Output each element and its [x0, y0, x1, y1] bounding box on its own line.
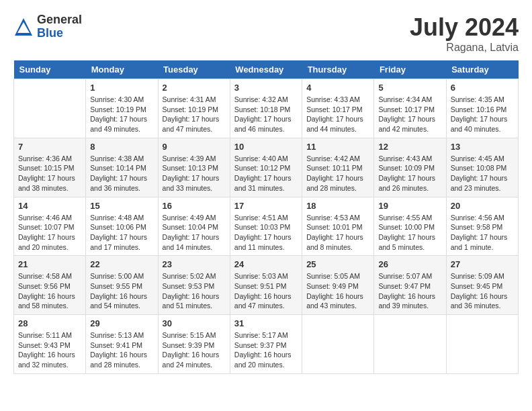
header-row: SundayMondayTuesdayWednesdayThursdayFrid… — [14, 60, 519, 79]
calendar-cell: 20Sunrise: 4:56 AMSunset: 9:58 PMDayligh… — [446, 197, 518, 256]
logo-text: General Blue — [37, 13, 82, 40]
day-number: 1 — [90, 83, 153, 93]
calendar-cell: 19Sunrise: 4:55 AMSunset: 10:00 PMDaylig… — [374, 197, 446, 256]
calendar-cell: 1Sunrise: 4:30 AMSunset: 10:19 PMDayligh… — [86, 79, 158, 138]
day-number: 29 — [90, 318, 153, 328]
week-row: 21Sunrise: 4:58 AMSunset: 9:56 PMDayligh… — [14, 256, 519, 315]
day-info: Sunrise: 4:51 AMSunset: 10:03 PMDaylight… — [234, 213, 298, 253]
calendar-cell: 22Sunrise: 5:00 AMSunset: 9:55 PMDayligh… — [86, 256, 158, 315]
day-number: 4 — [306, 83, 369, 93]
day-info: Sunrise: 5:00 AMSunset: 9:55 PMDaylight:… — [90, 271, 153, 311]
day-number: 27 — [451, 259, 514, 269]
day-number: 8 — [90, 142, 153, 152]
title-section: July 2024 Ragana, Latvia — [410, 13, 519, 54]
calendar-table: SundayMondayTuesdayWednesdayThursdayFrid… — [13, 60, 519, 374]
day-info: Sunrise: 5:15 AMSunset: 9:39 PMDaylight:… — [163, 330, 226, 370]
day-number: 14 — [18, 201, 81, 211]
day-header-friday: Friday — [374, 60, 446, 79]
calendar-cell: 24Sunrise: 5:03 AMSunset: 9:51 PMDayligh… — [230, 256, 302, 315]
day-header-wednesday: Wednesday — [230, 60, 302, 79]
logo-general: General — [37, 13, 82, 27]
day-info: Sunrise: 4:39 AMSunset: 10:13 PMDaylight… — [163, 154, 226, 193]
day-number: 12 — [378, 142, 441, 152]
day-info: Sunrise: 5:05 AMSunset: 9:49 PMDaylight:… — [306, 271, 369, 311]
calendar-cell: 9Sunrise: 4:39 AMSunset: 10:13 PMDayligh… — [158, 138, 230, 197]
logo-icon — [13, 17, 34, 37]
day-number: 25 — [306, 259, 369, 269]
day-info: Sunrise: 4:33 AMSunset: 10:17 PMDaylight… — [306, 95, 369, 134]
month-year: July 2024 — [410, 13, 519, 42]
calendar-cell: 16Sunrise: 4:49 AMSunset: 10:04 PMDaylig… — [158, 197, 230, 256]
calendar-cell: 10Sunrise: 4:40 AMSunset: 10:12 PMDaylig… — [230, 138, 302, 197]
day-number: 9 — [163, 142, 226, 152]
day-header-tuesday: Tuesday — [158, 60, 230, 79]
day-number: 7 — [18, 142, 81, 152]
day-info: Sunrise: 4:46 AMSunset: 10:07 PMDaylight… — [18, 213, 81, 253]
calendar-cell: 12Sunrise: 4:43 AMSunset: 10:09 PMDaylig… — [374, 138, 446, 197]
week-row: 1Sunrise: 4:30 AMSunset: 10:19 PMDayligh… — [14, 79, 519, 138]
day-number: 16 — [163, 201, 226, 211]
calendar-cell — [446, 315, 518, 374]
calendar-cell: 2Sunrise: 4:31 AMSunset: 10:19 PMDayligh… — [158, 79, 230, 138]
day-info: Sunrise: 5:17 AMSunset: 9:37 PMDaylight:… — [234, 330, 298, 370]
day-number: 19 — [378, 201, 441, 211]
day-info: Sunrise: 5:13 AMSunset: 9:41 PMDaylight:… — [90, 330, 153, 370]
location: Ragana, Latvia — [410, 42, 519, 54]
day-header-sunday: Sunday — [14, 60, 86, 79]
week-row: 7Sunrise: 4:36 AMSunset: 10:15 PMDayligh… — [14, 138, 519, 197]
calendar-cell: 29Sunrise: 5:13 AMSunset: 9:41 PMDayligh… — [86, 315, 158, 374]
day-number: 28 — [18, 318, 81, 328]
logo: General Blue — [13, 13, 82, 40]
week-row: 28Sunrise: 5:11 AMSunset: 9:43 PMDayligh… — [14, 315, 519, 374]
day-number: 10 — [234, 142, 298, 152]
day-info: Sunrise: 4:55 AMSunset: 10:00 PMDaylight… — [378, 213, 441, 253]
day-number: 26 — [378, 259, 441, 269]
calendar-cell — [302, 315, 374, 374]
calendar-cell: 28Sunrise: 5:11 AMSunset: 9:43 PMDayligh… — [14, 315, 86, 374]
calendar-cell: 8Sunrise: 4:38 AMSunset: 10:14 PMDayligh… — [86, 138, 158, 197]
calendar-cell: 15Sunrise: 4:48 AMSunset: 10:06 PMDaylig… — [86, 197, 158, 256]
day-number: 30 — [163, 318, 226, 328]
day-info: Sunrise: 4:45 AMSunset: 10:08 PMDaylight… — [451, 154, 514, 193]
calendar-cell: 31Sunrise: 5:17 AMSunset: 9:37 PMDayligh… — [230, 315, 302, 374]
day-info: Sunrise: 5:03 AMSunset: 9:51 PMDaylight:… — [234, 271, 298, 311]
calendar-cell: 21Sunrise: 4:58 AMSunset: 9:56 PMDayligh… — [14, 256, 86, 315]
week-row: 14Sunrise: 4:46 AMSunset: 10:07 PMDaylig… — [14, 197, 519, 256]
day-number: 18 — [306, 201, 369, 211]
day-info: Sunrise: 5:09 AMSunset: 9:45 PMDaylight:… — [451, 271, 514, 311]
day-info: Sunrise: 5:11 AMSunset: 9:43 PMDaylight:… — [18, 330, 81, 370]
day-info: Sunrise: 4:36 AMSunset: 10:15 PMDaylight… — [18, 154, 81, 193]
calendar-cell: 18Sunrise: 4:53 AMSunset: 10:01 PMDaylig… — [302, 197, 374, 256]
day-info: Sunrise: 4:48 AMSunset: 10:06 PMDaylight… — [90, 213, 153, 253]
calendar-cell: 4Sunrise: 4:33 AMSunset: 10:17 PMDayligh… — [302, 79, 374, 138]
day-header-thursday: Thursday — [302, 60, 374, 79]
day-info: Sunrise: 5:02 AMSunset: 9:53 PMDaylight:… — [163, 271, 226, 311]
calendar-cell: 11Sunrise: 4:42 AMSunset: 10:11 PMDaylig… — [302, 138, 374, 197]
day-info: Sunrise: 4:32 AMSunset: 10:18 PMDaylight… — [234, 95, 298, 134]
day-number: 22 — [90, 259, 153, 269]
day-info: Sunrise: 4:58 AMSunset: 9:56 PMDaylight:… — [18, 271, 81, 311]
calendar-cell: 3Sunrise: 4:32 AMSunset: 10:18 PMDayligh… — [230, 79, 302, 138]
calendar-cell: 23Sunrise: 5:02 AMSunset: 9:53 PMDayligh… — [158, 256, 230, 315]
day-number: 20 — [451, 201, 514, 211]
day-number: 15 — [90, 201, 153, 211]
day-header-monday: Monday — [86, 60, 158, 79]
day-number: 13 — [451, 142, 514, 152]
calendar-cell: 17Sunrise: 4:51 AMSunset: 10:03 PMDaylig… — [230, 197, 302, 256]
day-info: Sunrise: 4:53 AMSunset: 10:01 PMDaylight… — [306, 213, 369, 253]
day-number: 5 — [378, 83, 441, 93]
calendar-cell: 30Sunrise: 5:15 AMSunset: 9:39 PMDayligh… — [158, 315, 230, 374]
day-number: 11 — [306, 142, 369, 152]
page-header: General Blue July 2024 Ragana, Latvia — [13, 13, 519, 54]
day-number: 21 — [18, 259, 81, 269]
day-info: Sunrise: 4:43 AMSunset: 10:09 PMDaylight… — [378, 154, 441, 193]
day-info: Sunrise: 4:42 AMSunset: 10:11 PMDaylight… — [306, 154, 369, 193]
day-info: Sunrise: 4:30 AMSunset: 10:19 PMDaylight… — [90, 95, 153, 134]
calendar-cell — [14, 79, 86, 138]
calendar-cell: 7Sunrise: 4:36 AMSunset: 10:15 PMDayligh… — [14, 138, 86, 197]
day-number: 6 — [451, 83, 514, 93]
calendar-cell: 13Sunrise: 4:45 AMSunset: 10:08 PMDaylig… — [446, 138, 518, 197]
day-number: 17 — [234, 201, 298, 211]
day-number: 24 — [234, 259, 298, 269]
day-number: 31 — [234, 318, 298, 328]
